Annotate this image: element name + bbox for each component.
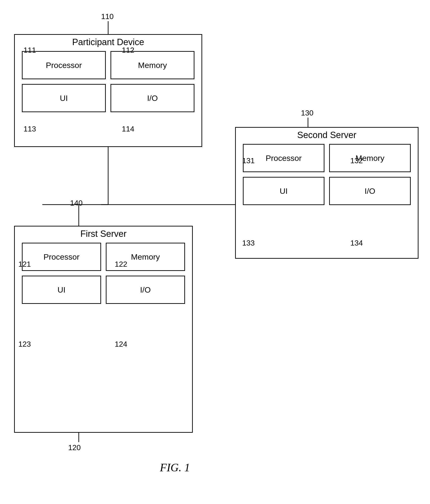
ref-123: 123	[18, 340, 31, 349]
ref-113: 113	[24, 125, 36, 133]
participant-device-title: Participant Device	[15, 37, 201, 47]
ref-140: 140	[70, 199, 82, 207]
first-ui-label: UI	[58, 285, 66, 295]
first-io-label: I/O	[140, 285, 151, 295]
first-server-grid: Processor Memory UI I/O	[15, 243, 192, 311]
first-server-box: First Server Processor Memory UI I/O	[14, 226, 193, 433]
first-memory-label: Memory	[131, 252, 160, 261]
ref-121: 121	[18, 260, 31, 269]
participant-io-box: I/O	[110, 84, 194, 112]
participant-processor-box: Processor	[22, 51, 106, 79]
second-server-title: Second Server	[236, 130, 418, 140]
figure-label: FIG. 1	[160, 461, 190, 474]
second-server-grid: Processor Memory UI I/O	[236, 144, 418, 212]
participant-device-box: Participant Device Processor Memory UI I…	[14, 34, 202, 147]
second-ui-box: UI	[243, 177, 324, 205]
participant-processor-label: Processor	[46, 61, 82, 70]
first-server-title: First Server	[15, 229, 192, 239]
participant-ui-label: UI	[60, 94, 68, 103]
participant-memory-label: Memory	[138, 61, 167, 70]
ref-134: 134	[350, 239, 363, 247]
second-server-box: Second Server Processor Memory UI I/O	[235, 127, 419, 259]
ref-111: 111	[24, 46, 36, 54]
ref-114: 114	[122, 125, 134, 133]
participant-ui-box: UI	[22, 84, 106, 112]
second-processor-label: Processor	[266, 153, 302, 163]
first-ui-box: UI	[22, 276, 101, 304]
first-processor-label: Processor	[44, 252, 80, 261]
participant-memory-box: Memory	[110, 51, 194, 79]
ref-132: 132	[350, 156, 363, 165]
participant-device-grid: Processor Memory UI I/O	[15, 51, 201, 119]
ref-110: 110	[101, 12, 114, 21]
ref-124: 124	[115, 340, 127, 349]
ref-133: 133	[242, 239, 255, 247]
participant-io-label: I/O	[147, 94, 158, 103]
ref-112: 112	[122, 46, 134, 54]
second-memory-box: Memory	[329, 144, 411, 172]
ref-120: 120	[68, 443, 81, 452]
second-processor-box: Processor	[243, 144, 324, 172]
ref-130: 130	[301, 109, 314, 117]
first-io-box: I/O	[106, 276, 185, 304]
second-io-box: I/O	[329, 177, 411, 205]
diagram: Participant Device Processor Memory UI I…	[0, 0, 430, 504]
second-io-label: I/O	[365, 187, 375, 196]
second-ui-label: UI	[280, 187, 288, 196]
first-processor-box: Processor	[22, 243, 101, 271]
ref-122: 122	[115, 260, 127, 269]
ref-131: 131	[242, 156, 255, 165]
